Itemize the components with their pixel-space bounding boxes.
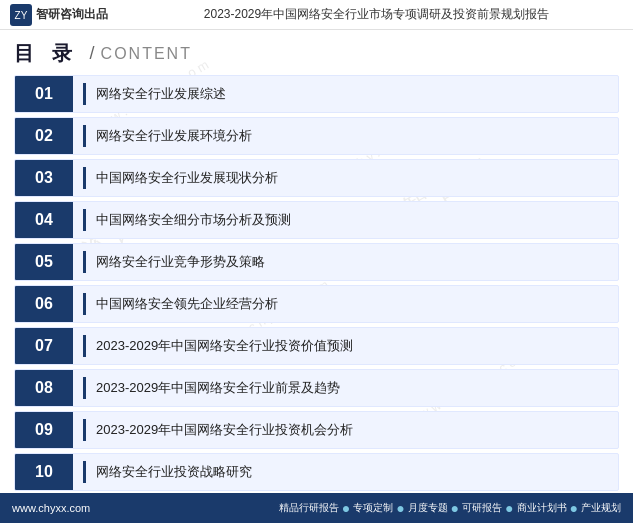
- footer-tag: 月度专题: [408, 501, 448, 515]
- items-list: 01 网络安全行业发展综述 02 网络安全行业发展环境分析 03 中国网络安全行…: [0, 75, 633, 491]
- item-label: 网络安全行业竞争形势及策略: [96, 253, 618, 271]
- header: ZY 智研咨询出品 2023-2029年中国网络安全行业市场专项调研及投资前景规…: [0, 0, 633, 30]
- item-divider: [83, 461, 86, 483]
- title-row: 目 录 / CONTENT: [0, 30, 633, 75]
- list-item[interactable]: 04 中国网络安全细分市场分析及预测: [14, 201, 619, 239]
- item-number: 05: [15, 244, 73, 280]
- item-label: 网络安全行业发展环境分析: [96, 127, 618, 145]
- item-divider: [83, 419, 86, 441]
- item-divider: [83, 251, 86, 273]
- item-number: 03: [15, 160, 73, 196]
- item-number: 02: [15, 118, 73, 154]
- item-number: 04: [15, 202, 73, 238]
- item-number: 06: [15, 286, 73, 322]
- footer-tag: 精品行研报告: [279, 501, 339, 515]
- footer-tag: 商业计划书: [517, 501, 567, 515]
- footer-dot: ●: [451, 501, 459, 515]
- item-number: 09: [15, 412, 73, 448]
- list-item[interactable]: 09 2023-2029年中国网络安全行业投资机会分析: [14, 411, 619, 449]
- logo-icon: ZY: [10, 4, 32, 26]
- item-label: 2023-2029年中国网络安全行业前景及趋势: [96, 379, 618, 397]
- list-item[interactable]: 06 中国网络安全领先企业经营分析: [14, 285, 619, 323]
- item-divider: [83, 377, 86, 399]
- logo: ZY 智研咨询出品: [10, 4, 130, 26]
- item-label: 2023-2029年中国网络安全行业投资机会分析: [96, 421, 618, 439]
- footer-tag: 专项定制: [353, 501, 393, 515]
- list-item[interactable]: 02 网络安全行业发展环境分析: [14, 117, 619, 155]
- footer-dot: ●: [396, 501, 404, 515]
- item-label: 中国网络安全细分市场分析及预测: [96, 211, 618, 229]
- item-divider: [83, 167, 86, 189]
- footer-url: www.chyxx.com: [12, 502, 90, 514]
- footer: www.chyxx.com 精品行研报告 ● 专项定制 ● 月度专题 ● 可研报…: [0, 493, 633, 523]
- item-divider: [83, 125, 86, 147]
- item-number: 10: [15, 454, 73, 490]
- footer-tag: 可研报告: [462, 501, 502, 515]
- list-item[interactable]: 03 中国网络安全行业发展现状分析: [14, 159, 619, 197]
- item-divider: [83, 335, 86, 357]
- title-chinese: 目 录: [14, 40, 78, 67]
- footer-tags: 精品行研报告 ● 专项定制 ● 月度专题 ● 可研报告 ● 商业计划书 ● 产业…: [279, 501, 621, 515]
- list-item[interactable]: 05 网络安全行业竞争形势及策略: [14, 243, 619, 281]
- item-divider: [83, 83, 86, 105]
- list-item[interactable]: 01 网络安全行业发展综述: [14, 75, 619, 113]
- item-label: 网络安全行业发展综述: [96, 85, 618, 103]
- item-number: 08: [15, 370, 73, 406]
- item-label: 网络安全行业投资战略研究: [96, 463, 618, 481]
- item-label: 中国网络安全行业发展现状分析: [96, 169, 618, 187]
- header-title: 2023-2029年中国网络安全行业市场专项调研及投资前景规划报告: [130, 6, 623, 23]
- item-divider: [83, 209, 86, 231]
- title-english: CONTENT: [101, 45, 192, 63]
- item-number: 01: [15, 76, 73, 112]
- content-area: w w w . c h y x x . c o m w w w . c h y …: [0, 30, 633, 493]
- list-item[interactable]: 10 网络安全行业投资战略研究: [14, 453, 619, 491]
- footer-dot: ●: [570, 501, 578, 515]
- item-label: 2023-2029年中国网络安全行业投资价值预测: [96, 337, 618, 355]
- item-divider: [83, 293, 86, 315]
- footer-dot: ●: [505, 501, 513, 515]
- footer-dot: ●: [342, 501, 350, 515]
- svg-text:ZY: ZY: [15, 10, 28, 21]
- item-label: 中国网络安全领先企业经营分析: [96, 295, 618, 313]
- logo-text: 智研咨询出品: [36, 6, 108, 23]
- list-item[interactable]: 08 2023-2029年中国网络安全行业前景及趋势: [14, 369, 619, 407]
- footer-tag: 产业规划: [581, 501, 621, 515]
- item-number: 07: [15, 328, 73, 364]
- list-item[interactable]: 07 2023-2029年中国网络安全行业投资价值预测: [14, 327, 619, 365]
- title-separator: /: [90, 43, 95, 64]
